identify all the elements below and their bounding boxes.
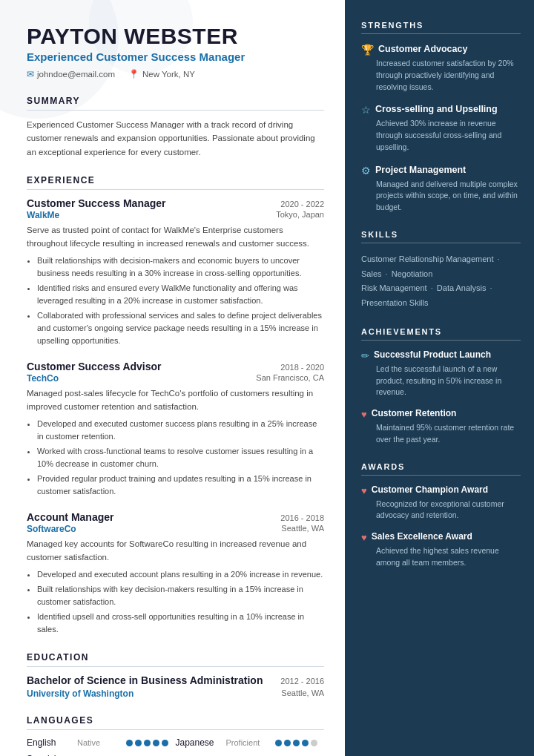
resume-wrapper: PAYTON WEBSTER Experienced Customer Succ… bbox=[0, 0, 534, 756]
email-contact: ✉ johndoe@email.com bbox=[27, 69, 115, 79]
skill-1: Customer Relationship Management bbox=[361, 254, 494, 263]
right-column: STRENGTHS 🏆 Customer Advocacy Increased … bbox=[345, 0, 534, 756]
job-1-company: WalkMe bbox=[27, 210, 59, 220]
languages-section: LANGUAGES English Native Japane bbox=[27, 715, 324, 756]
job-1-title: Customer Success Manager bbox=[27, 197, 166, 209]
skill-dot: · bbox=[383, 269, 390, 278]
languages-grid: English Native Japanese Proficient bbox=[27, 737, 324, 756]
skill-dot: · bbox=[429, 283, 435, 292]
award-1-desc: Recognized for exceptional customer advo… bbox=[361, 499, 521, 522]
achievement-1: ✏ Successful Product Launch Led the succ… bbox=[361, 349, 521, 398]
strength-3-icon: ⚙ bbox=[361, 165, 371, 177]
skill-6: Presentation Skills bbox=[361, 298, 429, 307]
lang-english-dots bbox=[126, 740, 168, 746]
job-3-bullets: Developed and executed account plans res… bbox=[27, 568, 324, 636]
dot bbox=[284, 740, 291, 746]
achievement-2-title: Customer Retention bbox=[372, 408, 457, 420]
skill-dot: · bbox=[495, 254, 500, 263]
skill-dot: · bbox=[487, 283, 492, 292]
edu-degree: Bachelor of Science in Business Administ… bbox=[27, 674, 263, 688]
achievement-1-icon: ✏ bbox=[361, 350, 369, 361]
job-2-header: Customer Success Advisor 2018 - 2020 bbox=[27, 361, 324, 372]
job-2-location: San Francisco, CA bbox=[256, 373, 324, 384]
job-1-bullets: Built relationships with decision-makers… bbox=[27, 254, 324, 347]
location-value: New York, NY bbox=[142, 70, 195, 79]
edu-school: University of Washington bbox=[27, 688, 134, 699]
achievements-title: ACHIEVEMENTS bbox=[361, 327, 521, 341]
lang-japanese-level: Proficient bbox=[226, 738, 269, 747]
awards-title: AWARDS bbox=[361, 462, 521, 476]
left-column: PAYTON WEBSTER Experienced Customer Succ… bbox=[0, 0, 345, 756]
lang-japanese-dots bbox=[275, 740, 317, 746]
award-1: ♥ Customer Champion Award Recognized for… bbox=[361, 484, 521, 522]
job-2-company: TechCo bbox=[27, 373, 59, 384]
strength-3: ⚙ Project Management Managed and deliver… bbox=[361, 164, 521, 214]
lang-japanese-name: Japanese bbox=[176, 737, 220, 748]
dot bbox=[311, 740, 317, 746]
skills-title: SKILLS bbox=[361, 230, 521, 243]
strength-2: ☆ Cross-selling and Upselling Achieved 3… bbox=[361, 103, 521, 153]
achievement-2-icon: ♥ bbox=[361, 409, 367, 420]
email-value: johndoe@email.com bbox=[37, 70, 115, 79]
strength-1: 🏆 Customer Advocacy Increased customer s… bbox=[361, 43, 521, 93]
lang-english-level: Native bbox=[77, 738, 120, 747]
strength-2-desc: Achieved 30% increase in revenue through… bbox=[361, 118, 521, 153]
strength-1-header: 🏆 Customer Advocacy bbox=[361, 43, 521, 56]
strengths-section: STRENGTHS 🏆 Customer Advocacy Increased … bbox=[361, 21, 521, 214]
strength-3-header: ⚙ Project Management bbox=[361, 164, 521, 177]
job-3: Account Manager 2016 - 2018 SoftwareCo S… bbox=[27, 511, 324, 636]
strength-2-icon: ☆ bbox=[361, 104, 371, 116]
edu-location: Seattle, WA bbox=[281, 688, 324, 699]
location-icon: 📍 bbox=[128, 69, 139, 79]
job-3-sub: SoftwareCo Seattle, WA bbox=[27, 524, 324, 534]
strength-2-header: ☆ Cross-selling and Upselling bbox=[361, 103, 521, 116]
dot bbox=[126, 740, 133, 746]
award-2-title: Sales Excellence Award bbox=[372, 531, 472, 543]
award-2-header: ♥ Sales Excellence Award bbox=[361, 531, 521, 543]
job-1-bullet-3: Collaborated with professional services … bbox=[37, 309, 324, 347]
job-3-company: SoftwareCo bbox=[27, 524, 76, 534]
dot bbox=[135, 740, 142, 746]
summary-section: SUMMARY Experienced Customer Success Man… bbox=[27, 96, 324, 159]
dot bbox=[144, 740, 151, 746]
name-block: PAYTON WEBSTER Experienced Customer Succ… bbox=[27, 24, 324, 79]
dot bbox=[162, 740, 168, 746]
job-2-title: Customer Success Advisor bbox=[27, 361, 162, 372]
skill-4: Risk Management bbox=[361, 283, 427, 292]
job-2: Customer Success Advisor 2018 - 2020 Tec… bbox=[27, 361, 324, 498]
job-2-dates: 2018 - 2020 bbox=[280, 363, 324, 372]
strengths-title: STRENGTHS bbox=[361, 21, 521, 34]
education-title: EDUCATION bbox=[27, 652, 324, 667]
skill-3: Negotiation bbox=[392, 269, 433, 278]
job-1-sub: WalkMe Tokyo, Japan bbox=[27, 210, 324, 220]
award-2-desc: Achieved the highest sales revenue among… bbox=[361, 545, 521, 569]
strength-3-desc: Managed and delivered multiple complex p… bbox=[361, 179, 521, 214]
achievement-1-title: Successful Product Launch bbox=[374, 349, 491, 361]
awards-section: AWARDS ♥ Customer Champion Award Recogni… bbox=[361, 462, 521, 569]
dot bbox=[153, 740, 159, 746]
job-3-desc: Managed key accounts for SoftwareCo resu… bbox=[27, 538, 324, 565]
edu-sub: University of Washington Seattle, WA bbox=[27, 688, 324, 699]
job-2-sub: TechCo San Francisco, CA bbox=[27, 373, 324, 384]
strength-1-desc: Increased customer satisfaction by 20% t… bbox=[361, 58, 521, 93]
strength-1-title: Customer Advocacy bbox=[378, 43, 467, 55]
experience-title: EXPERIENCE bbox=[27, 175, 324, 190]
dot bbox=[302, 740, 309, 746]
edu-dates: 2012 - 2016 bbox=[280, 677, 324, 686]
summary-title: SUMMARY bbox=[27, 96, 324, 111]
dot bbox=[293, 740, 300, 746]
job-3-header: Account Manager 2016 - 2018 bbox=[27, 511, 324, 523]
job-2-bullet-2: Worked with cross-functional teams to re… bbox=[37, 445, 324, 470]
job-1: Customer Success Manager 2020 - 2022 Wal… bbox=[27, 197, 324, 347]
achievement-1-desc: Led the successful launch of a new produ… bbox=[361, 364, 521, 398]
job-1-bullet-1: Built relationships with decision-makers… bbox=[37, 254, 324, 280]
job-1-location: Tokyo, Japan bbox=[276, 210, 324, 220]
job-3-bullet-3: Identified upsell and cross-sell opportu… bbox=[37, 611, 324, 636]
job-1-desc: Serve as trusted point of contact for Wa… bbox=[27, 224, 324, 251]
achievements-section: ACHIEVEMENTS ✏ Successful Product Launch… bbox=[361, 327, 521, 446]
skill-5: Data Analysis bbox=[437, 283, 487, 292]
skill-2: Sales bbox=[361, 269, 382, 278]
lang-english-name: English bbox=[27, 737, 71, 748]
job-3-title: Account Manager bbox=[27, 511, 113, 523]
award-2-icon: ♥ bbox=[361, 532, 367, 543]
